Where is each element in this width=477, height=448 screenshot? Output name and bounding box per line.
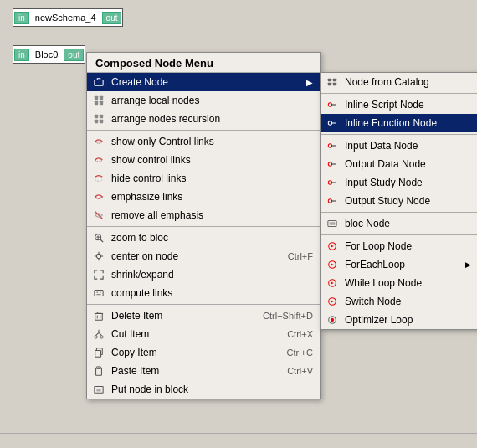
optimizer-loop-node[interactable]: Optimizer Loop bbox=[321, 311, 477, 329]
inline-script-node[interactable]: Inline Script Node bbox=[321, 95, 477, 114]
port-out-node1: out bbox=[102, 12, 122, 24]
center-icon bbox=[94, 250, 107, 263]
svg-rect-4 bbox=[333, 83, 336, 85]
for-loop-label: For Loop Node bbox=[345, 240, 412, 252]
remove-all-emphasis[interactable]: remove all emphasis bbox=[87, 206, 320, 224]
svg-rect-12 bbox=[330, 222, 336, 224]
cut-item-label: Cut Item bbox=[111, 328, 149, 340]
bloc-icon bbox=[327, 217, 341, 230]
foreach-loop-node[interactable]: ForEachLoop ▶ bbox=[321, 255, 477, 274]
for-loop-node[interactable]: For Loop Node bbox=[321, 237, 477, 255]
arrange-local-nodes[interactable]: arrange local nodes bbox=[87, 91, 320, 110]
inline-function-icon bbox=[327, 116, 341, 130]
put-node-in-block[interactable]: Put node in block bbox=[87, 380, 320, 399]
delete-item[interactable]: Delete Item Ctrl+Shift+D bbox=[87, 306, 320, 325]
shrink-icon bbox=[94, 268, 107, 281]
svg-point-7 bbox=[328, 144, 331, 147]
delete-item-label: Delete Item bbox=[111, 310, 162, 322]
foreach-arrow: ▶ bbox=[465, 260, 471, 269]
output-study-node[interactable]: Output Study Node bbox=[321, 192, 477, 210]
output-data-icon bbox=[327, 157, 341, 171]
context-menu: Composed Node Menu Create Node ▶ bbox=[86, 52, 321, 399]
switch-node[interactable]: Switch Node bbox=[321, 292, 477, 311]
arrange-local-icon bbox=[94, 94, 107, 107]
inline-function-label: Inline Function Node bbox=[345, 117, 437, 129]
svg-point-43 bbox=[100, 336, 103, 338]
remove-emphasis-icon bbox=[94, 209, 107, 222]
hide-ctrl-label: hide control links bbox=[111, 173, 186, 184]
node-from-catalog-label: Node from Catalog bbox=[345, 76, 429, 88]
svg-point-9 bbox=[328, 181, 331, 184]
input-study-label: Input Study Node bbox=[345, 177, 423, 188]
hide-control-links[interactable]: hide control links bbox=[87, 169, 320, 188]
svg-point-5 bbox=[328, 103, 331, 106]
copy-icon bbox=[94, 346, 107, 359]
show-only-ctrl-label: show only Control links bbox=[111, 136, 214, 147]
svg-rect-23 bbox=[95, 115, 98, 118]
svg-rect-37 bbox=[95, 291, 103, 296]
inline-function-node[interactable]: Inline Function Node bbox=[321, 114, 477, 132]
port-in-node1: in bbox=[14, 12, 29, 24]
paste-item[interactable]: Paste Item Ctrl+V bbox=[87, 362, 320, 380]
svg-rect-1 bbox=[328, 79, 331, 81]
svg-rect-46 bbox=[96, 368, 102, 376]
input-study-icon bbox=[327, 176, 341, 189]
copy-shortcut: Ctrl+C bbox=[270, 348, 313, 358]
output-data-node[interactable]: Output Data Node bbox=[321, 155, 477, 173]
port-in-node2: in bbox=[14, 49, 29, 61]
arrange-recursion-icon bbox=[94, 112, 107, 126]
compute-icon bbox=[94, 286, 107, 300]
svg-line-27 bbox=[95, 212, 103, 219]
create-node-item[interactable]: Create Node ▶ Node from Catalog bbox=[87, 73, 320, 91]
put-node-icon bbox=[94, 383, 107, 396]
input-data-icon bbox=[327, 139, 341, 152]
bloc-node[interactable]: bloc Node bbox=[321, 214, 477, 233]
input-study-node[interactable]: Input Study Node bbox=[321, 173, 477, 192]
show-ctrl-label: show control links bbox=[111, 154, 191, 166]
show-ctrl-icon bbox=[94, 153, 107, 167]
center-shortcut: Ctrl+F bbox=[271, 251, 313, 261]
while-loop-node[interactable]: While Loop Node bbox=[321, 274, 477, 292]
output-study-label: Output Study Node bbox=[345, 195, 430, 207]
emphasize-links[interactable]: emphasize links bbox=[87, 188, 320, 206]
separator-3 bbox=[87, 304, 320, 305]
svg-rect-3 bbox=[328, 83, 331, 85]
svg-point-42 bbox=[95, 336, 97, 338]
cut-item[interactable]: Cut Item Ctrl+X bbox=[87, 325, 320, 343]
paste-icon bbox=[94, 364, 107, 378]
copy-item-label: Copy Item bbox=[111, 347, 157, 358]
inline-script-label: Inline Script Node bbox=[345, 99, 424, 111]
zoom-to-bloc[interactable]: zoom to bloc bbox=[87, 229, 320, 247]
node-newschema[interactable]: in newSchema_4 out bbox=[13, 8, 123, 27]
center-on-node[interactable]: center on node Ctrl+F bbox=[87, 247, 320, 265]
svg-rect-20 bbox=[100, 96, 103, 100]
svg-line-29 bbox=[100, 239, 103, 242]
svg-rect-22 bbox=[100, 101, 103, 105]
arrange-nodes-recursion[interactable]: arrange nodes recursion bbox=[87, 110, 320, 128]
paste-shortcut: Ctrl+V bbox=[270, 366, 313, 376]
show-only-ctrl-icon bbox=[94, 135, 107, 148]
status-bar bbox=[0, 433, 477, 448]
center-on-node-label: center on node bbox=[111, 250, 178, 262]
sub-sep-1 bbox=[321, 93, 477, 94]
shrink-expand[interactable]: shrink/expand bbox=[87, 265, 320, 284]
copy-item[interactable]: Copy Item Ctrl+C bbox=[87, 343, 320, 362]
node-from-catalog[interactable]: Node from Catalog bbox=[321, 73, 477, 91]
inline-script-icon bbox=[327, 98, 341, 111]
for-loop-icon bbox=[327, 239, 341, 253]
submenu-arrow: ▶ bbox=[306, 78, 313, 87]
compute-links[interactable]: compute links bbox=[87, 284, 320, 302]
delete-shortcut: Ctrl+Shift+D bbox=[246, 311, 313, 321]
show-only-control-links[interactable]: show only Control links bbox=[87, 132, 320, 151]
emphasize-icon bbox=[94, 190, 107, 203]
node-bloc0[interactable]: in Bloc0 out bbox=[13, 45, 85, 64]
delete-icon bbox=[94, 309, 107, 322]
show-control-links[interactable]: show control links bbox=[87, 151, 320, 169]
arrange-local-label: arrange local nodes bbox=[111, 95, 199, 106]
svg-point-32 bbox=[96, 254, 100, 258]
svg-point-18 bbox=[331, 318, 334, 322]
put-node-label: Put node in block bbox=[111, 384, 188, 395]
create-node-label: Create Node bbox=[111, 76, 168, 88]
paste-item-label: Paste Item bbox=[111, 365, 159, 377]
input-data-node[interactable]: Input Data Node bbox=[321, 136, 477, 155]
